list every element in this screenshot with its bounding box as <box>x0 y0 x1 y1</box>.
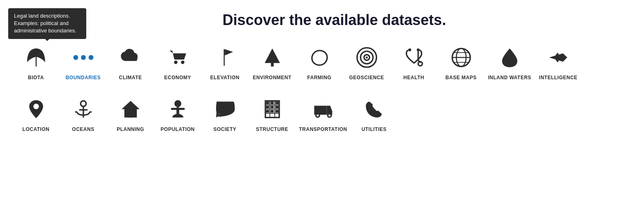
category-climate[interactable]: CLIMATE <box>107 41 154 85</box>
category-structure[interactable]: STRUCTURE <box>248 93 296 136</box>
category-oceans[interactable]: OCEANS <box>60 93 107 136</box>
intelligence-label: INTELLIGENCE <box>539 75 577 80</box>
geoscience-icon <box>356 45 378 70</box>
transportation-label: TRANSPORTATION <box>299 126 347 132</box>
category-location[interactable]: LOCATION <box>12 93 60 136</box>
category-society[interactable]: SOCIETY <box>201 93 248 136</box>
category-planning[interactable]: PLANNING <box>107 93 154 136</box>
svg-marker-8 <box>264 48 280 63</box>
svg-rect-47 <box>270 110 274 113</box>
structure-label: STRUCTURE <box>256 126 288 132</box>
categories-container: BIOTA BOUNDARIES CLIMATE <box>0 41 644 153</box>
society-label: SOCIETY <box>213 126 236 132</box>
location-label: LOCATION <box>23 126 50 132</box>
category-boundaries[interactable]: BOUNDARIES <box>60 41 107 85</box>
svg-rect-7 <box>223 49 225 66</box>
elevation-label: ELEVATION <box>210 75 239 80</box>
category-transportation[interactable]: TRANSPORTATION <box>296 93 350 136</box>
basemaps-icon <box>450 45 472 70</box>
category-elevation[interactable]: ELEVATION <box>201 41 248 85</box>
svg-point-22 <box>33 104 39 110</box>
svg-rect-33 <box>178 108 184 110</box>
biota-icon <box>25 45 47 70</box>
population-label: POPULATION <box>161 126 195 132</box>
economy-icon <box>167 45 189 70</box>
biota-label: BIOTA <box>28 75 44 80</box>
svg-point-2 <box>81 55 86 60</box>
economy-label: ECONOMY <box>164 75 191 80</box>
category-geoscience[interactable]: GEOSCIENCE <box>343 41 390 85</box>
category-row-1: BIOTA BOUNDARIES CLIMATE <box>12 41 632 85</box>
oceans-label: OCEANS <box>72 126 94 132</box>
svg-rect-46 <box>266 110 269 113</box>
geoscience-label: GEOSCIENCE <box>349 75 384 80</box>
page-title: Discover the available datasets. <box>0 0 644 41</box>
svg-rect-42 <box>275 101 278 104</box>
category-farming[interactable]: FARMING <box>296 41 343 85</box>
farming-label: FARMING <box>307 75 331 80</box>
svg-point-16 <box>416 48 419 51</box>
inlandwaters-label: INLAND WATERS <box>488 75 531 80</box>
transportation-icon <box>312 97 334 122</box>
svg-rect-41 <box>270 101 274 104</box>
svg-rect-45 <box>275 106 278 109</box>
health-label: HEALTH <box>403 75 424 80</box>
location-icon <box>25 97 47 122</box>
population-icon <box>167 97 189 122</box>
svg-point-23 <box>80 101 86 107</box>
category-environment[interactable]: ENVIRONMENT <box>248 41 296 85</box>
boundaries-label: BOUNDARIES <box>66 75 101 80</box>
svg-point-51 <box>317 115 319 117</box>
health-icon <box>403 45 425 70</box>
category-intelligence[interactable]: INTELLIGENCE <box>535 41 582 85</box>
boundaries-icon <box>72 45 94 70</box>
utilities-label: UTILITIES <box>361 126 386 132</box>
category-row-2: LOCATION OCEANS <box>12 93 632 136</box>
category-population[interactable]: POPULATION <box>154 93 201 136</box>
category-biota[interactable]: BIOTA <box>12 41 60 85</box>
tooltip-boundaries: Legal land descriptions. Examples: polit… <box>8 8 86 39</box>
category-utilities[interactable]: UTILITIES <box>350 93 398 136</box>
farming-icon <box>308 45 331 70</box>
svg-rect-40 <box>266 101 269 104</box>
category-basemaps[interactable]: BASE MAPS <box>437 41 485 85</box>
structure-icon <box>261 97 283 122</box>
svg-point-1 <box>73 55 78 60</box>
intelligence-icon <box>547 45 569 70</box>
environment-icon <box>261 45 283 70</box>
svg-rect-9 <box>271 62 274 67</box>
svg-rect-48 <box>275 110 278 113</box>
svg-rect-29 <box>128 111 133 117</box>
category-economy[interactable]: ECONOMY <box>154 41 201 85</box>
environment-label: ENVIRONMENT <box>253 75 291 80</box>
svg-point-4 <box>174 61 177 64</box>
basemaps-label: BASE MAPS <box>446 75 477 80</box>
oceans-icon <box>72 97 94 122</box>
elevation-icon <box>214 45 236 70</box>
svg-rect-44 <box>270 106 274 109</box>
category-inlandwaters[interactable]: INLAND WATERS <box>485 41 535 85</box>
svg-rect-32 <box>171 108 177 110</box>
utilities-icon <box>363 97 385 122</box>
society-icon <box>214 97 236 122</box>
svg-point-53 <box>328 115 330 117</box>
svg-point-13 <box>366 56 368 58</box>
svg-point-15 <box>408 48 411 51</box>
planning-icon <box>120 97 142 122</box>
planning-label: PLANNING <box>117 126 144 132</box>
climate-label: CLIMATE <box>119 75 142 80</box>
svg-point-3 <box>88 55 93 60</box>
climate-icon <box>120 45 142 70</box>
svg-rect-43 <box>266 106 269 109</box>
svg-point-14 <box>418 62 422 66</box>
svg-rect-49 <box>314 106 327 115</box>
svg-point-5 <box>181 61 184 64</box>
svg-point-30 <box>174 100 181 107</box>
inlandwaters-icon <box>499 45 521 70</box>
category-health[interactable]: HEALTH <box>390 41 437 85</box>
